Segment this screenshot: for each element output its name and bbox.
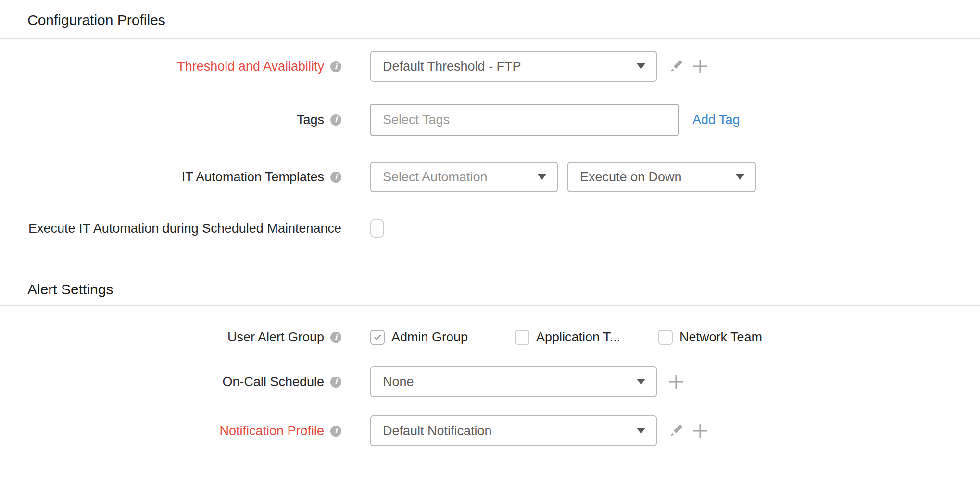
tags-field: Add Tag <box>370 104 980 136</box>
monitor-configuration-form: Configuration Profiles Threshold and Ava… <box>0 0 980 478</box>
notification-profile-field: Default Notification <box>370 415 980 446</box>
it-automation-label-cell: IT Automation Templates i <box>0 169 341 185</box>
info-icon[interactable]: i <box>330 61 341 72</box>
edit-threshold-profile-icon[interactable] <box>667 58 685 75</box>
on-call-schedule-field: None <box>370 366 980 397</box>
tags-label: Tags <box>297 112 324 128</box>
threshold-availability-field: Default Threshold - FTP <box>370 51 980 82</box>
it-automation-field: Select Automation Execute on Down <box>370 162 980 192</box>
row-user-alert-group: User Alert Group i Admin Group Applicati… <box>0 329 980 345</box>
execute-maintenance-label-cell: Execute IT Automation during Scheduled M… <box>0 220 341 237</box>
chevron-down-icon <box>637 63 645 69</box>
automation-trigger-value: Execute on Down <box>580 170 682 185</box>
alert-group-option-network: Network Team <box>658 330 762 345</box>
info-icon[interactable]: i <box>330 172 341 183</box>
info-icon[interactable]: i <box>330 114 341 126</box>
network-team-checkbox[interactable] <box>658 330 673 345</box>
tags-label-cell: Tags i <box>0 112 341 128</box>
chevron-down-icon <box>736 174 744 180</box>
on-call-schedule-select[interactable]: None <box>370 366 657 397</box>
admin-group-checkbox[interactable] <box>370 330 385 345</box>
row-it-automation-templates: IT Automation Templates i Select Automat… <box>0 162 980 192</box>
chevron-down-icon <box>538 174 546 180</box>
threshold-profile-select[interactable]: Default Threshold - FTP <box>370 51 657 82</box>
alert-group-option-application: Application T... <box>515 330 658 345</box>
threshold-availability-label-cell: Threshold and Availability i <box>0 58 341 75</box>
threshold-availability-label: Threshold and Availability <box>177 58 324 75</box>
it-automation-label: IT Automation Templates <box>182 169 324 185</box>
add-threshold-profile-icon[interactable] <box>692 59 708 74</box>
edit-notification-profile-icon[interactable] <box>667 422 685 440</box>
admin-group-label: Admin Group <box>391 330 468 345</box>
tags-input[interactable] <box>370 104 679 136</box>
on-call-schedule-label-cell: On-Call Schedule i <box>0 374 341 390</box>
automation-trigger-select[interactable]: Execute on Down <box>567 162 756 192</box>
on-call-schedule-label: On-Call Schedule <box>222 374 324 390</box>
add-notification-profile-icon[interactable] <box>692 423 708 439</box>
chevron-down-icon <box>637 428 645 434</box>
info-icon[interactable]: i <box>330 332 341 343</box>
section-divider <box>0 305 980 306</box>
add-tag-link[interactable]: Add Tag <box>692 113 740 127</box>
section-title-alert-settings: Alert Settings <box>0 281 980 298</box>
on-call-schedule-value: None <box>383 375 414 390</box>
chevron-down-icon <box>637 379 645 385</box>
row-execute-maintenance: Execute IT Automation during Scheduled M… <box>0 219 980 238</box>
application-team-label: Application T... <box>536 330 620 345</box>
plus-icon <box>668 374 684 390</box>
network-team-label: Network Team <box>679 330 762 345</box>
row-threshold-availability: Threshold and Availability i Default Thr… <box>0 51 980 82</box>
automation-template-select[interactable]: Select Automation <box>370 162 558 192</box>
info-icon[interactable]: i <box>330 426 341 437</box>
user-alert-group-label: User Alert Group <box>227 329 324 345</box>
info-icon[interactable]: i <box>330 377 341 388</box>
alert-group-option-admin: Admin Group <box>370 330 515 345</box>
section-title-configuration-profiles: Configuration Profiles <box>0 12 980 29</box>
notification-profile-value: Default Notification <box>383 424 492 439</box>
pencil-icon <box>667 58 685 75</box>
section-divider <box>0 38 980 39</box>
pencil-icon <box>667 422 685 440</box>
row-notification-profile: Notification Profile i Default Notificat… <box>0 415 980 446</box>
automation-template-value: Select Automation <box>383 170 488 185</box>
row-on-call-schedule: On-Call Schedule i None <box>0 366 980 397</box>
execute-maintenance-field <box>370 219 980 238</box>
execute-maintenance-label: Execute IT Automation during Scheduled M… <box>28 220 341 237</box>
add-on-call-schedule-icon[interactable] <box>668 374 684 390</box>
threshold-profile-value: Default Threshold - FTP <box>383 59 521 74</box>
user-alert-group-label-cell: User Alert Group i <box>0 329 341 345</box>
notification-profile-label-cell: Notification Profile i <box>0 423 341 439</box>
application-team-checkbox[interactable] <box>515 330 529 345</box>
plus-icon <box>692 423 708 439</box>
plus-icon <box>692 59 708 74</box>
check-icon <box>372 332 383 342</box>
notification-profile-label: Notification Profile <box>219 423 324 439</box>
user-alert-group-options: Admin Group Application T... Network Tea… <box>370 330 980 345</box>
row-tags: Tags i Add Tag <box>0 104 980 136</box>
execute-maintenance-checkbox[interactable] <box>370 219 384 238</box>
notification-profile-select[interactable]: Default Notification <box>370 415 657 446</box>
